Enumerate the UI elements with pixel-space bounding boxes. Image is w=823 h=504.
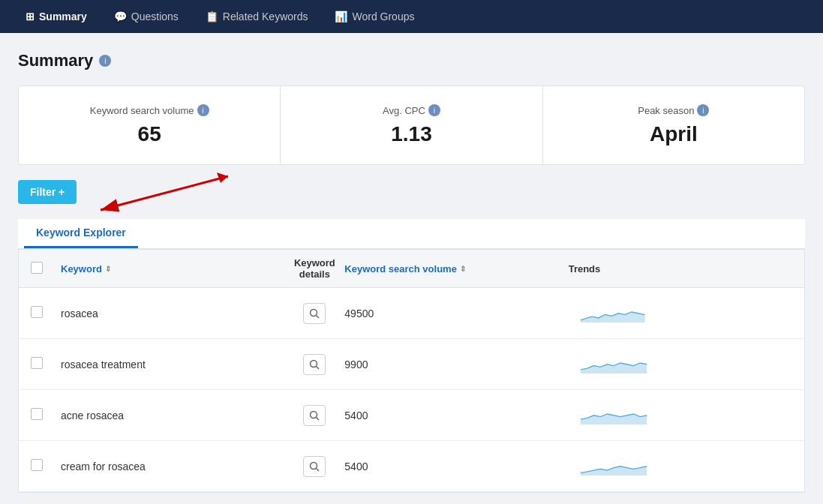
row-check-0 bbox=[31, 306, 61, 320]
table-container: Keyword ⇕ Keyword details Keyword search… bbox=[18, 249, 805, 493]
table-rows-container: rosacea 49500 rosacea trea bbox=[19, 288, 804, 492]
stat-card-avg-cpc: Avg. CPC i 1.13 bbox=[281, 86, 542, 164]
related-keywords-icon: 📋 bbox=[206, 10, 218, 22]
row-checkbox-2[interactable] bbox=[31, 408, 43, 420]
nav-item-questions[interactable]: 💬 Questions bbox=[101, 0, 192, 33]
nav-item-summary[interactable]: ⊞ Summary bbox=[12, 0, 101, 33]
stat-label-keyword-search-volume: Keyword search volume i bbox=[34, 104, 265, 116]
trend-sparkline-0 bbox=[569, 298, 659, 326]
search-icon bbox=[309, 461, 320, 472]
row-keyword-0: rosacea bbox=[61, 308, 284, 320]
row-keyword-3: cream for rosacea bbox=[61, 460, 284, 472]
row-search-btn-2[interactable] bbox=[303, 405, 326, 426]
trend-sparkline-2 bbox=[569, 400, 659, 428]
search-icon bbox=[309, 359, 320, 370]
svg-line-12 bbox=[317, 468, 320, 471]
page-title: Summary bbox=[18, 51, 93, 70]
row-keyword-1: rosacea treatment bbox=[61, 358, 284, 370]
row-volume-2: 5400 bbox=[344, 410, 568, 422]
row-keyword-2: acne rosacea bbox=[61, 410, 284, 422]
svg-line-6 bbox=[317, 366, 320, 369]
col-header-details: Keyword details bbox=[284, 257, 344, 280]
row-trends-0 bbox=[569, 298, 792, 328]
col-header-trends: Trends bbox=[569, 263, 792, 274]
trend-sparkline-1 bbox=[569, 350, 659, 376]
summary-icon: ⊞ bbox=[26, 10, 35, 22]
row-checkbox-3[interactable] bbox=[31, 459, 43, 471]
avg-cpc-info-icon[interactable]: i bbox=[428, 104, 440, 116]
peak-season-info-icon[interactable]: i bbox=[697, 104, 709, 116]
row-checkbox-0[interactable] bbox=[31, 306, 43, 318]
keyword-sort-icon[interactable]: ⇕ bbox=[105, 265, 111, 273]
nav-item-related-keywords[interactable]: 📋 Related Keywords bbox=[192, 0, 322, 33]
svg-point-2 bbox=[311, 309, 317, 316]
svg-line-9 bbox=[317, 417, 320, 420]
stat-label-avg-cpc: Avg. CPC i bbox=[296, 104, 527, 116]
table-header-row: Keyword ⇕ Keyword details Keyword search… bbox=[19, 250, 804, 288]
tab-keyword-explorer[interactable]: Keyword Explorer bbox=[24, 219, 138, 248]
svg-point-5 bbox=[311, 360, 317, 367]
tabs-row: Keyword Explorer bbox=[18, 219, 805, 249]
main-content: Summary i Keyword search volume i 65 Avg… bbox=[0, 33, 823, 493]
trend-sparkline-3 bbox=[569, 452, 659, 478]
filter-button[interactable]: Filter + bbox=[18, 180, 77, 204]
table-row: rosacea 49500 bbox=[19, 288, 804, 339]
row-details-0 bbox=[284, 303, 344, 324]
stat-value-peak-season: April bbox=[558, 122, 789, 146]
row-volume-3: 5400 bbox=[344, 460, 568, 472]
row-checkbox-1[interactable] bbox=[31, 357, 43, 369]
row-check-3 bbox=[31, 459, 61, 473]
page-title-info-icon[interactable]: i bbox=[99, 55, 111, 67]
volume-sort-icon[interactable]: ⇕ bbox=[460, 265, 466, 273]
stat-value-keyword-search-volume: 65 bbox=[34, 122, 265, 146]
search-icon bbox=[309, 308, 320, 319]
row-search-btn-3[interactable] bbox=[303, 456, 326, 477]
row-trends-1 bbox=[569, 350, 792, 379]
col-header-keyword: Keyword ⇕ bbox=[61, 263, 284, 274]
stat-label-peak-season: Peak season i bbox=[558, 104, 789, 116]
keyword-volume-info-icon[interactable]: i bbox=[197, 104, 209, 116]
nav-item-word-groups[interactable]: 📊 Word Groups bbox=[321, 0, 428, 33]
stat-value-avg-cpc: 1.13 bbox=[296, 122, 527, 146]
svg-line-3 bbox=[317, 315, 320, 318]
row-volume-0: 49500 bbox=[344, 308, 568, 320]
svg-marker-1 bbox=[217, 172, 228, 183]
page-title-row: Summary i bbox=[18, 51, 805, 70]
row-volume-1: 9900 bbox=[344, 358, 568, 370]
stats-row: Keyword search volume i 65 Avg. CPC i 1.… bbox=[18, 86, 805, 165]
row-details-1 bbox=[284, 354, 344, 375]
svg-point-8 bbox=[311, 411, 317, 418]
table-row: rosacea treatment 9900 bbox=[19, 339, 804, 390]
stat-card-peak-season: Peak season i April bbox=[543, 86, 804, 164]
row-search-btn-0[interactable] bbox=[303, 303, 326, 324]
col-header-check bbox=[31, 262, 61, 276]
nav-bar: ⊞ Summary 💬 Questions 📋 Related Keywords… bbox=[0, 0, 823, 33]
search-icon bbox=[309, 410, 320, 421]
row-trends-3 bbox=[569, 452, 792, 481]
word-groups-icon: 📊 bbox=[335, 10, 347, 22]
table-row: cream for rosacea 5400 bbox=[19, 441, 804, 492]
questions-icon: 💬 bbox=[114, 10, 127, 22]
row-details-3 bbox=[284, 456, 344, 477]
svg-point-11 bbox=[311, 462, 317, 469]
row-details-2 bbox=[284, 405, 344, 426]
select-all-checkbox[interactable] bbox=[31, 262, 43, 274]
row-trends-2 bbox=[569, 400, 792, 430]
stat-card-keyword-search-volume: Keyword search volume i 65 bbox=[19, 86, 281, 164]
row-search-btn-1[interactable] bbox=[303, 354, 326, 375]
col-header-volume: Keyword search volume ⇕ bbox=[344, 263, 568, 274]
row-check-2 bbox=[31, 408, 61, 422]
table-row: acne rosacea 5400 bbox=[19, 390, 804, 441]
row-check-1 bbox=[31, 357, 61, 371]
filter-area: Filter + bbox=[18, 180, 805, 204]
